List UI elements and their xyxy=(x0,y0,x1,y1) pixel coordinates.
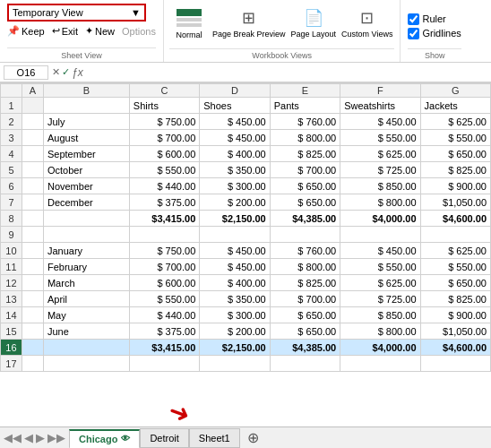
cell-G[interactable]: $ 650.00 xyxy=(420,146,490,162)
cell-F[interactable]: $ 725.00 xyxy=(340,162,420,178)
tab-last-icon[interactable]: ▶▶ xyxy=(47,431,65,444)
cell-F[interactable]: $ 725.00 xyxy=(340,291,420,307)
cell-C[interactable]: $ 375.00 xyxy=(129,323,199,340)
cell-E[interactable]: $ 800.00 xyxy=(270,259,340,275)
row-header[interactable]: 7 xyxy=(1,194,22,211)
cell-C[interactable]: $3,415.00 xyxy=(129,211,199,227)
cell-G[interactable]: $ 825.00 xyxy=(420,291,490,307)
gridlines-checkbox-label[interactable]: Gridlines xyxy=(408,28,461,39)
col-header-C[interactable]: C xyxy=(129,84,199,98)
cell-C[interactable]: $ 440.00 xyxy=(129,178,199,194)
row-header[interactable]: 9 xyxy=(1,227,22,243)
cell-E[interactable] xyxy=(270,356,340,372)
cell-B[interactable]: March xyxy=(43,275,129,291)
cell-D[interactable]: $ 450.00 xyxy=(200,130,270,146)
normal-view-button[interactable]: Normal xyxy=(169,4,209,41)
cell-D[interactable]: $ 450.00 xyxy=(200,259,270,275)
cell-A[interactable] xyxy=(22,114,43,130)
cell-G[interactable] xyxy=(420,227,490,243)
cell-A[interactable] xyxy=(22,194,43,211)
cell-B[interactable]: July xyxy=(43,114,129,130)
tab-next-icon[interactable]: ▶ xyxy=(36,431,45,444)
insert-function-icon[interactable]: ƒx xyxy=(72,66,83,79)
cell-F[interactable]: $ 625.00 xyxy=(340,275,420,291)
cell-B[interactable] xyxy=(43,227,129,243)
cell-F[interactable]: $ 550.00 xyxy=(340,130,420,146)
cell-B[interactable]: October xyxy=(43,162,129,178)
cell-E[interactable]: $ 760.00 xyxy=(270,243,340,259)
cell-G[interactable]: $4,600.00 xyxy=(420,211,490,227)
tab-first-icon[interactable]: ◀◀ xyxy=(4,431,22,444)
cell-D[interactable] xyxy=(200,227,270,243)
cell-C[interactable]: $ 750.00 xyxy=(129,114,199,130)
tab-nav-controls[interactable]: ◀◀ ◀ ▶ ▶▶ xyxy=(0,431,69,444)
row-header[interactable]: 16 xyxy=(1,340,22,356)
cell-F[interactable]: $ 625.00 xyxy=(340,146,420,162)
cell-D[interactable]: $2,150.00 xyxy=(200,340,270,356)
ruler-checkbox[interactable] xyxy=(408,13,419,25)
col-header-G[interactable]: G xyxy=(420,84,490,98)
sheet-view-dropdown[interactable]: Temporary View ▼ xyxy=(7,4,146,22)
cell-A[interactable] xyxy=(22,275,43,291)
cell-B[interactable]: May xyxy=(43,307,129,323)
confirm-formula-icon[interactable]: ✓ xyxy=(62,66,70,78)
cell-F[interactable]: $ 800.00 xyxy=(340,194,420,211)
row-header[interactable]: 17 xyxy=(1,356,22,372)
col-header-E[interactable]: E xyxy=(270,84,340,98)
row-header[interactable]: 13 xyxy=(1,291,22,307)
cell-E[interactable] xyxy=(270,227,340,243)
cell-A[interactable] xyxy=(22,178,43,194)
cell-A[interactable] xyxy=(22,323,43,340)
cell-D[interactable]: $ 400.00 xyxy=(200,146,270,162)
ruler-checkbox-label[interactable]: Ruler xyxy=(408,13,461,25)
cell-C[interactable]: $ 440.00 xyxy=(129,307,199,323)
cell-G[interactable]: $ 550.00 xyxy=(420,130,490,146)
cell-D[interactable]: $ 350.00 xyxy=(200,162,270,178)
cell-B[interactable]: January xyxy=(43,243,129,259)
row-header[interactable]: 4 xyxy=(1,146,22,162)
formula-input[interactable] xyxy=(89,67,487,78)
cell-C[interactable] xyxy=(129,356,199,372)
cell-F[interactable]: $4,000.00 xyxy=(340,340,420,356)
cell-A[interactable] xyxy=(22,356,43,372)
cell-A[interactable] xyxy=(22,211,43,227)
new-button[interactable]: ✦ New xyxy=(85,25,115,37)
cell-F[interactable] xyxy=(340,356,420,372)
cell-G[interactable] xyxy=(420,356,490,372)
cell-E[interactable]: $4,385.00 xyxy=(270,211,340,227)
cell-A[interactable] xyxy=(22,162,43,178)
options-button[interactable]: Options xyxy=(122,26,156,37)
cell-A[interactable] xyxy=(22,259,43,275)
cell-F[interactable]: $ 800.00 xyxy=(340,323,420,340)
keep-button[interactable]: 📌 Keep xyxy=(7,25,45,37)
cell-C[interactable]: $ 600.00 xyxy=(129,146,199,162)
cell[interactable]: Pants xyxy=(270,98,340,114)
cell-F[interactable] xyxy=(340,227,420,243)
row-header[interactable]: 2 xyxy=(1,114,22,130)
gridlines-checkbox[interactable] xyxy=(408,28,419,39)
cell-D[interactable]: $ 450.00 xyxy=(200,114,270,130)
cell-B[interactable]: September xyxy=(43,146,129,162)
cell-G[interactable]: $ 900.00 xyxy=(420,178,490,194)
page-layout-button[interactable]: 📄 Page Layout xyxy=(289,4,339,41)
cell-E[interactable]: $ 760.00 xyxy=(270,114,340,130)
cell-B[interactable]: November xyxy=(43,178,129,194)
tab-detroit[interactable]: Detroit xyxy=(140,428,188,448)
cell-B[interactable]: February xyxy=(43,259,129,275)
cell-G[interactable]: $ 650.00 xyxy=(420,275,490,291)
cell-B[interactable]: December xyxy=(43,194,129,211)
cell-C[interactable]: $ 550.00 xyxy=(129,162,199,178)
row-header[interactable]: 8 xyxy=(1,211,22,227)
cell-B[interactable]: August xyxy=(43,130,129,146)
cell-C[interactable]: $ 600.00 xyxy=(129,275,199,291)
cell-D[interactable]: $ 400.00 xyxy=(200,275,270,291)
cell-D[interactable]: $ 350.00 xyxy=(200,291,270,307)
cell-F[interactable]: $ 450.00 xyxy=(340,114,420,130)
cell-reference-input[interactable] xyxy=(4,65,48,80)
cell-G[interactable]: $1,050.00 xyxy=(420,194,490,211)
cell-E[interactable]: $4,385.00 xyxy=(270,340,340,356)
cell-C[interactable]: $ 700.00 xyxy=(129,259,199,275)
page-break-button[interactable]: ⊞ Page Break Preview xyxy=(211,4,288,41)
cell-G[interactable]: $ 900.00 xyxy=(420,307,490,323)
row-header[interactable]: 12 xyxy=(1,275,22,291)
